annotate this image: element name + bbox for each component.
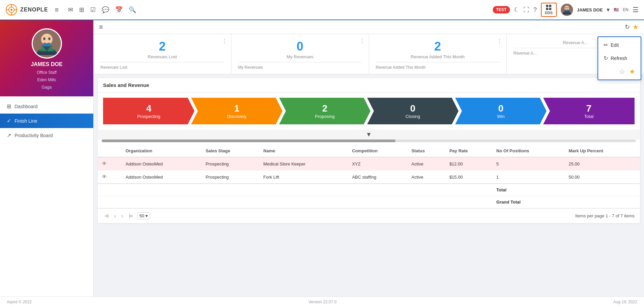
- dropdown-edit-item[interactable]: ✏ Edit: [598, 38, 641, 52]
- bottom-copyright: Aqore © 2022: [7, 300, 32, 304]
- pipeline-label-1: Discovery: [227, 114, 246, 119]
- subheader-refresh-icon[interactable]: ↻: [625, 23, 630, 31]
- refresh-icon: ↻: [604, 55, 608, 61]
- help-icon[interactable]: ?: [534, 6, 537, 13]
- row-org-0: Addison OsteoMed: [122, 157, 202, 171]
- sidebar-item-productivity[interactable]: ↗ Productivity Board: [0, 128, 93, 143]
- table-total-row: Total: [98, 184, 640, 196]
- stat-footer-1: My Revenues: [238, 62, 362, 70]
- stat-menu-1[interactable]: ⋮: [359, 38, 365, 44]
- grid-icon[interactable]: ⊞: [79, 6, 84, 13]
- language-label: EN: [623, 7, 629, 12]
- row-name-0: Medical Store Keeper: [259, 157, 348, 171]
- page-last-btn[interactable]: ⊳: [127, 212, 134, 220]
- stat-title-2: Revenue Added This Month: [376, 54, 500, 59]
- star-filled-2-icon[interactable]: ★: [629, 67, 635, 75]
- sidebar: JAMES DOE Office Staff Eden Mills Gaga ⊞…: [0, 20, 94, 307]
- pipeline-prospecting[interactable]: 4 Prospecting: [103, 98, 194, 124]
- stat-card-2: ⋮ 2 Revenue Added This Month Revenue Add…: [369, 34, 507, 74]
- pipeline-label-2: Proposing: [315, 114, 335, 119]
- fullscreen-icon[interactable]: ⛶: [523, 6, 529, 13]
- user-name-nav[interactable]: JAMES DOE: [577, 7, 603, 12]
- total-label: Total: [496, 187, 507, 192]
- dds-label: DDS: [545, 11, 553, 15]
- stat-title-0: Revenues Lost: [100, 54, 224, 59]
- profile-location: Eden Mills: [37, 78, 56, 82]
- pagination-info: Items per page 1 - 7 of 7 items: [575, 213, 635, 218]
- row-markup-1: 50.00: [565, 171, 640, 184]
- page-next-btn[interactable]: ›: [120, 212, 124, 220]
- col-markup: Mark Up Percent: [565, 145, 640, 157]
- pipeline-number-4: 0: [498, 103, 504, 114]
- star-filled-icon[interactable]: ★: [633, 23, 639, 31]
- subheader-hamburger-icon[interactable]: ≡: [99, 23, 103, 31]
- chat-icon[interactable]: 💬: [102, 6, 109, 13]
- table-scroll-bar: [102, 140, 636, 142]
- logo[interactable]: ZENOPLE: [5, 4, 48, 16]
- col-status: Status: [408, 145, 446, 157]
- svg-point-11: [565, 7, 566, 8]
- sidebar-item-finish-line-label: Finish Line: [14, 118, 37, 124]
- pipeline-proposing[interactable]: 2 Proposing: [279, 98, 371, 124]
- per-page-value: 50: [139, 213, 144, 218]
- chevron-down-icon[interactable]: ▾: [607, 6, 610, 13]
- col-name: Name: [259, 145, 348, 157]
- navbar-icons: ✉ ⊞ ☑ 💬 📅 🔍: [68, 6, 136, 13]
- bottom-date: Aug 19, 2022: [613, 300, 637, 304]
- pipeline-number-1: 1: [234, 103, 239, 114]
- check-icon[interactable]: ☑: [90, 6, 96, 13]
- layout: JAMES DOE Office Staff Eden Mills Gaga ⊞…: [0, 20, 644, 307]
- stat-number-0: 2: [100, 39, 224, 54]
- row-competition-1: ABC staffing: [348, 171, 407, 184]
- moon-icon[interactable]: ☾: [514, 6, 519, 13]
- sidebar-item-finish-line[interactable]: ✓ Finish Line: [0, 114, 93, 128]
- pipeline-number-2: 2: [322, 103, 328, 114]
- edit-icon: ✏: [604, 42, 608, 48]
- navbar-hamburger-icon[interactable]: ≡: [55, 6, 59, 14]
- star-empty-icon[interactable]: ☆: [619, 67, 625, 75]
- search-icon[interactable]: 🔍: [129, 6, 136, 13]
- profile-name: JAMES DOE: [31, 61, 62, 67]
- pipeline-closing[interactable]: 0 Closing: [367, 98, 458, 124]
- pipeline-total[interactable]: 7 Total: [543, 98, 635, 124]
- pipeline-label-5: Total: [584, 114, 593, 119]
- row-org-1: Addison OsteoMed: [122, 171, 202, 184]
- stat-footer-2: Revenue Added This Month: [376, 62, 500, 70]
- section-header: Sales and Revenue: [98, 78, 640, 92]
- pipeline-number-0: 4: [146, 103, 152, 114]
- row-view-icon-1[interactable]: 👁: [102, 174, 107, 180]
- avatar-image: [561, 4, 573, 16]
- main-content: ≡ ↻ ★ ✏ Edit ↻ Refresh ☆ ★: [94, 20, 644, 307]
- stat-footer-0: Revenues Lost: [100, 62, 224, 70]
- col-pay-rate: Pay Rate: [445, 145, 492, 157]
- stat-menu-2[interactable]: ⋮: [497, 38, 502, 44]
- sidebar-item-dashboard[interactable]: ⊞ Dashboard: [0, 99, 93, 114]
- sidebar-nav: ⊞ Dashboard ✓ Finish Line ↗ Productivity…: [0, 96, 93, 294]
- row-positions-1: 1: [492, 171, 565, 184]
- pipeline-win[interactable]: 0 Win: [455, 98, 546, 124]
- svg-point-18: [43, 37, 45, 40]
- mail-icon[interactable]: ✉: [68, 6, 73, 13]
- calendar-icon[interactable]: 📅: [115, 6, 123, 13]
- dashboard-icon: ⊞: [7, 103, 11, 110]
- page-first-btn[interactable]: ⊲: [103, 212, 110, 220]
- row-markup-0: 25.00: [565, 157, 640, 171]
- per-page-select[interactable]: 50 ▾: [137, 212, 150, 219]
- bottom-version: Version 22.07.0: [309, 300, 336, 304]
- chevron-toggle[interactable]: ▼: [98, 130, 640, 140]
- table-row: 👁 Addison OsteoMed Prospecting Medical S…: [98, 157, 640, 171]
- pagination: ⊲ ‹ › ⊳ 50 ▾ Items per page 1 - 7 of 7 i…: [98, 208, 640, 223]
- row-pay-0: $12.00: [445, 157, 492, 171]
- stat-menu-0[interactable]: ⋮: [222, 38, 227, 44]
- dds-button[interactable]: DDS: [541, 3, 557, 17]
- row-view-icon-0[interactable]: 👁: [102, 161, 107, 166]
- row-positions-0: 5: [492, 157, 565, 171]
- nav-list-icon[interactable]: ☰: [633, 6, 639, 14]
- row-pay-1: $15.00: [445, 171, 492, 184]
- sidebar-item-dashboard-label: Dashboard: [14, 104, 38, 109]
- dropdown-refresh-item[interactable]: ↻ Refresh: [598, 52, 641, 65]
- page-prev-btn[interactable]: ‹: [113, 212, 117, 220]
- profile-sub: Gaga: [42, 85, 52, 90]
- subheader: ≡ ↻ ★ ✏ Edit ↻ Refresh ☆ ★: [94, 20, 644, 34]
- pipeline-discovery[interactable]: 1 Discovery: [191, 98, 282, 124]
